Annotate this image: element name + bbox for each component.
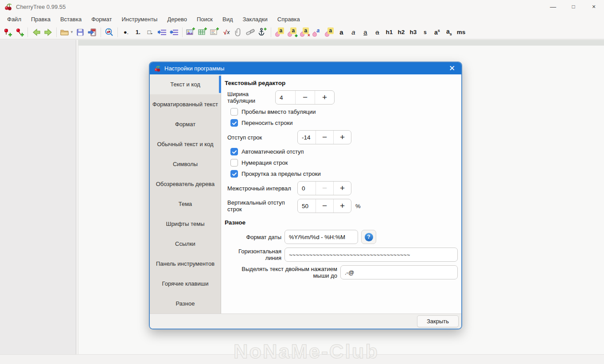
monospace-button[interactable]: ms xyxy=(455,26,467,38)
insert-codebox-button[interactable] xyxy=(209,26,221,38)
strikethrough-button[interactable]: a xyxy=(371,26,383,38)
tab-theme[interactable]: Тема xyxy=(150,194,221,214)
new-node-button[interactable] xyxy=(1,26,13,38)
insert-image-button[interactable] xyxy=(185,26,197,38)
tab-width-increase-button[interactable]: + xyxy=(315,91,334,104)
line-wrap-checkbox[interactable] xyxy=(230,119,238,127)
save-as-button[interactable] xyxy=(86,26,98,38)
insert-table-button[interactable] xyxy=(197,26,209,38)
todo-list-button[interactable]: □. xyxy=(144,26,156,38)
menu-file[interactable]: Файл xyxy=(2,13,26,25)
h2-button[interactable]: h2 xyxy=(395,26,407,38)
line-spacing-increase-button[interactable]: + xyxy=(333,182,351,195)
find-button[interactable] xyxy=(103,26,115,38)
menu-format[interactable]: Формат xyxy=(86,13,117,25)
line-indent-value[interactable]: -14 xyxy=(298,131,316,144)
menu-insert[interactable]: Вставка xyxy=(55,13,86,25)
indent-right-button[interactable] xyxy=(156,26,168,38)
date-format-input[interactable] xyxy=(284,230,358,244)
tab-tree-explorer[interactable]: Обозреватель дерева xyxy=(150,174,221,194)
horizontal-rule-input[interactable] xyxy=(284,248,458,262)
tab-format[interactable]: Формат xyxy=(150,114,221,134)
line-indent-increase-button[interactable]: + xyxy=(333,131,351,144)
dialog-close-button[interactable]: Закрыть xyxy=(417,315,459,327)
auto-indent-checkbox[interactable] xyxy=(230,148,238,155)
line-spacing-decrease-button[interactable]: − xyxy=(316,182,333,195)
line-indent-decrease-button[interactable]: − xyxy=(316,131,333,144)
dialog-close-icon[interactable]: ✕ xyxy=(447,63,457,74)
vertical-offset-value[interactable]: 50 xyxy=(298,199,316,213)
line-numbers-checkbox[interactable] xyxy=(230,159,238,167)
node-tree-panel[interactable] xyxy=(0,40,76,354)
superscript-button[interactable]: as xyxy=(431,26,443,38)
vertical-offset-increase-button[interactable]: + xyxy=(333,199,351,213)
menu-view[interactable]: Вид xyxy=(218,13,238,25)
menu-bookmarks[interactable]: Закладки xyxy=(238,13,273,25)
go-forward-button[interactable] xyxy=(42,26,54,38)
tab-width-value[interactable]: 4 xyxy=(276,91,295,104)
menu-edit[interactable]: Правка xyxy=(26,13,55,25)
menu-search[interactable]: Поиск xyxy=(192,13,218,25)
line-spacing-value[interactable]: 0 xyxy=(298,182,316,195)
minimize-button[interactable]: — xyxy=(543,0,563,13)
insert-formula-button[interactable]: √x xyxy=(221,26,233,38)
dialog-titlebar: Настройки программы ✕ xyxy=(150,62,461,74)
italic-button[interactable]: a xyxy=(347,26,359,38)
spaces-instead-tabs-checkbox[interactable] xyxy=(230,108,238,116)
format-color-fg-button[interactable]: a xyxy=(273,26,286,38)
tab-theme-fonts[interactable]: Шрифты темы xyxy=(150,214,221,234)
window-controls: — □ × xyxy=(543,0,604,13)
new-subnode-button[interactable] xyxy=(13,26,25,38)
open-file-button[interactable]: ▼ xyxy=(59,26,74,38)
double-click-select-input[interactable] xyxy=(340,265,458,279)
small-text-button[interactable]: s xyxy=(419,26,431,38)
h2-icon: h2 xyxy=(398,29,405,35)
monospace-icon: ms xyxy=(457,29,466,35)
tab-text-and-code[interactable]: Текст и код xyxy=(150,74,221,94)
tab-hotkeys[interactable]: Горячие клавиши xyxy=(150,274,221,294)
tab-toolbar[interactable]: Панель инструментов xyxy=(150,254,221,274)
subscript-icon: as xyxy=(446,28,452,36)
tab-width-decrease-button[interactable]: − xyxy=(295,91,315,104)
format-color-bg-button[interactable]: a◆ xyxy=(286,26,298,38)
go-back-button[interactable] xyxy=(30,26,42,38)
h3-button[interactable]: h3 xyxy=(407,26,419,38)
vertical-offset-decrease-button[interactable]: − xyxy=(316,199,333,213)
bold-button[interactable]: a xyxy=(335,26,347,38)
double-click-select-row: Выделять текст двойным нажатием мыши до xyxy=(225,265,458,279)
menu-help[interactable]: Справка xyxy=(273,13,305,25)
insert-codebox-icon xyxy=(210,27,219,37)
tab-links[interactable]: Ссылки xyxy=(150,234,221,254)
toolbar-separator xyxy=(182,27,183,37)
line-indent-spinner: -14 − + xyxy=(297,130,351,144)
open-recent-dropdown-icon[interactable]: ▼ xyxy=(70,30,74,34)
insert-link-button[interactable] xyxy=(245,26,257,38)
maximize-button[interactable]: □ xyxy=(563,0,584,13)
tab-symbols[interactable]: Символы xyxy=(150,154,221,174)
color-foreground-icon: a xyxy=(274,27,285,38)
menu-tools[interactable]: Инструменты xyxy=(117,13,162,25)
numbered-list-icon: 1. xyxy=(136,29,140,35)
tab-misc[interactable]: Разное xyxy=(150,294,221,314)
menu-tree[interactable]: Дерево xyxy=(162,13,191,25)
new-subnode-icon xyxy=(15,27,24,37)
attach-file-button[interactable] xyxy=(233,26,245,38)
format-highlight-button[interactable]: a xyxy=(323,26,335,38)
tab-plain-text-and-code[interactable]: Обычный текст и код xyxy=(150,134,221,154)
app-window: CherryTree 0.99.55 — □ × Файл Правка Вст… xyxy=(0,0,604,364)
section-heading-text-editor: Текстовый редактор xyxy=(225,80,458,86)
save-button[interactable] xyxy=(74,26,86,38)
tab-rich-text[interactable]: Форматированный текст xyxy=(150,94,221,114)
subscript-button[interactable]: as xyxy=(443,26,455,38)
format-clear-button[interactable]: a× xyxy=(298,26,311,38)
numbered-list-button[interactable]: 1. xyxy=(132,26,144,38)
date-format-help-button[interactable]: ? xyxy=(361,230,376,244)
bullet-list-button[interactable]: ●. xyxy=(120,26,132,38)
format-style-button[interactable]: a xyxy=(311,26,323,38)
scroll-beyond-checkbox[interactable] xyxy=(230,170,238,178)
close-button[interactable]: × xyxy=(584,0,604,13)
insert-anchor-button[interactable] xyxy=(257,26,269,38)
h1-button[interactable]: h1 xyxy=(383,26,395,38)
indent-left-button[interactable] xyxy=(168,26,180,38)
underline-button[interactable]: a xyxy=(359,26,371,38)
